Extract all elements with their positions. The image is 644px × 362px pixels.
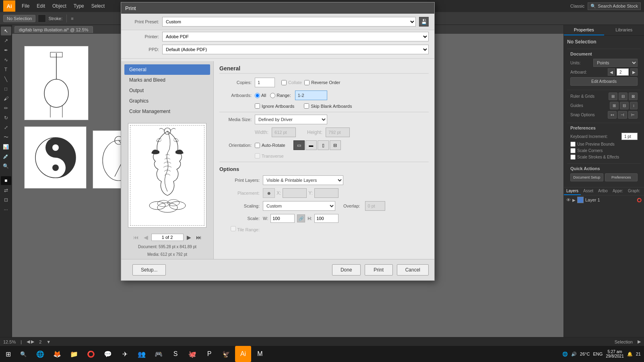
tab-libraries[interactable]: Libraries: [604, 25, 644, 35]
taskbar-sketchbook[interactable]: S: [167, 346, 184, 362]
guides-btn-1[interactable]: ⊞: [610, 102, 619, 109]
range-input[interactable]: [295, 90, 327, 100]
width-input[interactable]: [272, 128, 296, 137]
taskbar-illustrator[interactable]: Ai: [235, 346, 251, 362]
artboard-nav-status[interactable]: ◀ ▶: [27, 339, 34, 344]
orient-landscape[interactable]: ▬: [305, 140, 317, 150]
x-input[interactable]: [283, 188, 307, 198]
taskbar-teams[interactable]: 👥: [134, 346, 150, 362]
layer-lock-icon[interactable]: ⭕: [637, 198, 642, 202]
orient-landscape-rev[interactable]: ⊟: [330, 140, 341, 150]
cancel-btn[interactable]: Cancel: [397, 264, 429, 276]
guides-btn-2[interactable]: ⊟: [620, 102, 629, 109]
preferences-btn[interactable]: Preferences: [605, 173, 638, 181]
line-tool[interactable]: ╲: [1, 75, 11, 84]
preview-bounds-check[interactable]: [570, 142, 576, 147]
layers-tab[interactable]: Layers: [564, 187, 581, 195]
taskbar-powerpoint[interactable]: P: [201, 346, 217, 362]
skip-blank-check[interactable]: [304, 103, 309, 109]
tile-range-check[interactable]: [231, 226, 236, 231]
document-tab[interactable]: digifab lamp illustation.ai* @ 12.5%: [14, 26, 93, 33]
fill-btn[interactable]: ■: [1, 176, 11, 185]
overlap-input[interactable]: [365, 201, 385, 211]
menu-file[interactable]: File: [19, 2, 33, 10]
artboard-prev[interactable]: ◀: [608, 68, 615, 76]
placement-icon[interactable]: ⊕: [263, 188, 275, 198]
preset-select[interactable]: Custom: [162, 17, 416, 27]
menu-object[interactable]: Object: [49, 2, 70, 10]
preview-next-btn[interactable]: ▶: [185, 233, 193, 241]
transverse-check[interactable]: [255, 153, 260, 158]
fill-color[interactable]: [38, 14, 46, 23]
zoom-tool[interactable]: 🔍: [1, 162, 11, 171]
height-input[interactable]: [326, 128, 350, 137]
taskbar-misc1[interactable]: 🦅: [218, 346, 234, 362]
orient-portrait[interactable]: ▭: [293, 140, 305, 150]
range-radio[interactable]: [270, 93, 275, 98]
rotate-tool[interactable]: ↻: [1, 113, 11, 122]
y-input[interactable]: [314, 188, 339, 198]
collate-check[interactable]: [281, 80, 287, 85]
scale-tool[interactable]: ⤢: [1, 123, 11, 132]
taskbar-misc2[interactable]: M: [252, 346, 268, 362]
setup-btn[interactable]: Setup...: [132, 264, 166, 276]
taskbar-files[interactable]: 📁: [66, 346, 82, 362]
nav-output[interactable]: Output: [124, 85, 210, 96]
ppd-select[interactable]: Default (Adobe PDF): [162, 45, 429, 54]
w-input[interactable]: [270, 214, 295, 223]
copies-input[interactable]: [255, 78, 275, 87]
taskbar-whatsapp[interactable]: 💬: [100, 346, 116, 362]
scaling-select[interactable]: Custom: [263, 201, 335, 211]
all-radio-label[interactable]: All: [255, 93, 266, 98]
save-preset-btn[interactable]: 💾: [419, 17, 429, 27]
nav-general[interactable]: General: [124, 64, 210, 75]
all-radio[interactable]: [255, 93, 260, 98]
taskbar-telegram[interactable]: ✈: [117, 346, 133, 362]
menu-edit[interactable]: Edit: [33, 2, 48, 10]
asset-tab[interactable]: Asset: [581, 187, 596, 195]
pencil-tool[interactable]: ✏: [1, 104, 11, 113]
paintbrush-tool[interactable]: 🖌: [1, 94, 11, 103]
rect-tool[interactable]: □: [1, 84, 11, 93]
menu-select[interactable]: Select: [88, 2, 108, 10]
swap-btn[interactable]: ⇄: [1, 186, 11, 195]
preview-prev-btn[interactable]: ◀: [142, 233, 150, 241]
nav-graphics[interactable]: Graphics: [124, 96, 210, 106]
start-button[interactable]: ⊞: [0, 346, 16, 362]
layer-name[interactable]: Layer 1: [585, 197, 600, 202]
selection-dropdown[interactable]: No Selection: [3, 15, 35, 22]
layer-eye-icon[interactable]: 👁: [566, 197, 571, 202]
taskbar-discord[interactable]: 🎮: [151, 346, 167, 362]
preview-page-input[interactable]: [151, 234, 184, 241]
artboard-next[interactable]: ▶: [630, 68, 638, 76]
snap-btn-3[interactable]: ⊢: [628, 111, 638, 119]
taskbar-github[interactable]: 🐙: [184, 346, 200, 362]
taskbar-notifications[interactable]: 🔔: [627, 352, 633, 357]
ruler-btn-2[interactable]: ⊟: [619, 93, 627, 100]
preview-first-btn[interactable]: ⏮: [132, 233, 140, 241]
print-btn[interactable]: Print: [365, 264, 393, 276]
taskbar-search-btn[interactable]: 🔍: [16, 346, 31, 362]
artbo-tab[interactable]: Artbo: [596, 187, 610, 195]
ruler-btn-1[interactable]: ⊞: [609, 93, 617, 100]
scale-corners-check[interactable]: [570, 148, 576, 153]
media-size-select[interactable]: Defined by Driver: [255, 115, 327, 124]
preview-last-btn[interactable]: ⏭: [194, 233, 203, 241]
warp-tool[interactable]: 〜: [1, 133, 11, 142]
select-tool[interactable]: ↖: [1, 27, 11, 35]
taskbar-edge[interactable]: 🌐: [32, 346, 48, 362]
guides-btn-3[interactable]: ↕: [630, 102, 638, 109]
edit-artboards-btn[interactable]: Edit Artboards: [570, 77, 638, 86]
reverse-order-check[interactable]: [304, 80, 310, 85]
layer-expand-icon[interactable]: ▶: [572, 198, 576, 202]
direct-select-tool[interactable]: ↗: [1, 36, 11, 45]
doc-setup-btn[interactable]: Document Setup: [570, 173, 603, 181]
pen-tool[interactable]: ✒: [1, 46, 11, 55]
snap-btn-2[interactable]: ⊣: [618, 111, 627, 119]
done-btn[interactable]: Done: [332, 264, 361, 276]
scale-strokes-check[interactable]: [570, 154, 576, 160]
graph-tool[interactable]: 📊: [1, 142, 11, 151]
artboard-options[interactable]: ▼: [46, 339, 51, 344]
menu-type[interactable]: Type: [70, 2, 87, 10]
tab-properties[interactable]: Properties: [564, 25, 604, 35]
